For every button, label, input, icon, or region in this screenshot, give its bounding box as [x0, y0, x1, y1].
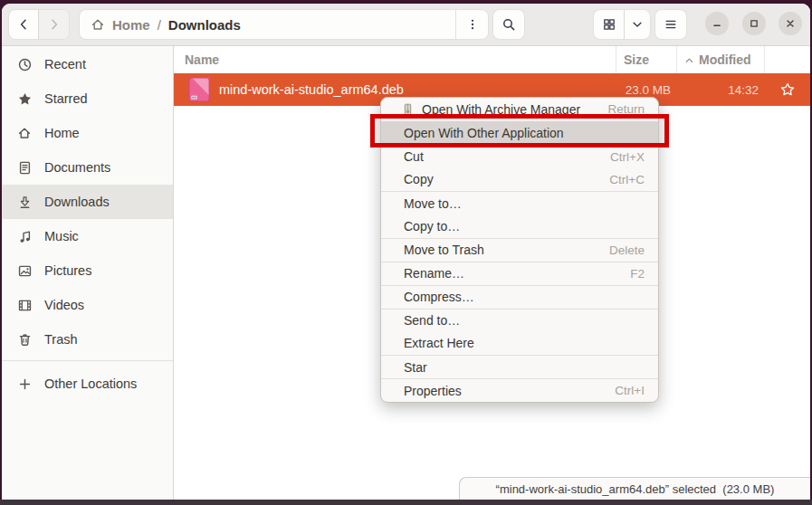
sidebar-places-list: RecentStarredHomeDocumentsDownloadsMusic… — [2, 47, 173, 357]
hamburger-icon — [664, 17, 678, 32]
sidebar-divider — [2, 360, 173, 361]
minimize-button[interactable] — [705, 12, 729, 35]
sidebar-item-label: Trash — [44, 332, 78, 347]
download-icon — [17, 195, 33, 210]
menu-item-cut[interactable]: CutCtrl+X — [381, 145, 658, 168]
sidebar-item-trash[interactable]: Trash — [2, 322, 173, 357]
image-icon — [17, 263, 33, 279]
path-bar[interactable]: Home / Downloads — [80, 10, 488, 39]
grid-view-button[interactable] — [594, 10, 625, 39]
sidebar-item-label: Music — [44, 229, 79, 243]
chevron-right-icon — [47, 17, 62, 32]
menu-item-label: Send to… — [404, 313, 645, 328]
menu-item-copy[interactable]: CopyCtrl+C — [381, 168, 658, 192]
menu-item-properties[interactable]: PropertiesCtrl+I — [381, 378, 658, 402]
star-outline-icon — [779, 81, 796, 98]
menu-item-label: Properties — [404, 384, 593, 398]
menu-item-move-to[interactable]: Move to… — [381, 191, 658, 214]
menu-item-label: Open With Other Application — [404, 126, 645, 140]
menu-item-label: Open With Archive Manager — [422, 102, 586, 117]
nautilus-window: Home / Downloads — [2, 4, 810, 500]
menu-item-copy-to[interactable]: Copy to… — [381, 214, 658, 238]
header-bar: Home / Downloads — [2, 4, 810, 46]
desktop-background-strip — [0, 500, 812, 505]
menu-item-move-to-trash[interactable]: Move to TrashDelete — [381, 238, 658, 262]
sidebar: RecentStarredHomeDocumentsDownloadsMusic… — [2, 46, 174, 500]
archive-icon — [401, 102, 415, 117]
chevron-down-icon — [631, 18, 644, 31]
menu-item-send-to[interactable]: Send to… — [381, 309, 658, 332]
film-icon — [17, 298, 33, 313]
menu-item-extract-here[interactable]: Extract Here — [381, 331, 658, 355]
minimize-icon — [711, 17, 723, 30]
kebab-icon — [466, 17, 479, 32]
status-bar: “mind-work-ai-studio_arm64.deb” selected… — [459, 477, 810, 500]
maximize-button[interactable] — [742, 12, 766, 35]
sidebar-item-home[interactable]: Home — [2, 116, 173, 150]
column-header-label: Modified — [699, 52, 751, 67]
sidebar-item-label: Starred — [44, 91, 88, 106]
menu-item-open-with-other-application[interactable]: Open With Other Application — [381, 121, 658, 145]
file-star-toggle[interactable] — [765, 73, 810, 106]
sidebar-item-starred[interactable]: Starred — [2, 81, 173, 116]
column-header-label: Size — [624, 52, 649, 67]
sidebar-item-music[interactable]: Music — [2, 219, 173, 253]
column-header-star — [765, 46, 810, 73]
list-header: Name Size Modified — [174, 46, 810, 73]
file-name: mind-work-ai-studio_arm64.deb — [219, 82, 404, 97]
sidebar-item-label: Pictures — [44, 263, 91, 278]
main-menu-button[interactable] — [655, 10, 686, 39]
sidebar-item-label: Other Locations — [44, 376, 137, 391]
chevron-up-icon — [684, 55, 694, 65]
desktop-background: Home / Downloads — [0, 0, 812, 505]
trash-icon — [17, 332, 33, 348]
column-header-label: Name — [185, 52, 219, 67]
star-icon — [17, 91, 33, 107]
navigation-buttons — [9, 10, 69, 39]
menu-item-label: Move to… — [404, 196, 645, 211]
home-icon — [17, 126, 33, 141]
search-button[interactable] — [493, 10, 524, 39]
menu-item-rename[interactable]: Rename…F2 — [381, 262, 658, 285]
menu-item-star[interactable]: Star — [381, 355, 658, 378]
column-header-name[interactable]: Name — [174, 46, 616, 73]
file-modified: 14:32 — [677, 73, 765, 106]
chevron-left-icon — [16, 17, 31, 32]
maximize-icon — [748, 17, 760, 30]
document-icon — [17, 160, 33, 176]
close-button[interactable] — [779, 12, 802, 35]
clock-icon — [17, 57, 33, 72]
sidebar-item-label: Home — [44, 126, 80, 140]
column-header-modified[interactable]: Modified — [677, 46, 765, 73]
menu-item-shortcut: F2 — [630, 267, 645, 281]
menu-item-shortcut: Delete — [609, 243, 645, 257]
sidebar-item-label: Videos — [44, 298, 84, 312]
sidebar-item-pictures[interactable]: Pictures — [2, 253, 173, 288]
menu-item-label: Move to Trash — [404, 243, 588, 257]
grid-view-icon — [602, 17, 616, 32]
menu-item-open-with-archive-manager[interactable]: Open With Archive ManagerReturn — [381, 98, 658, 121]
menu-item-shortcut: Ctrl+C — [609, 173, 645, 186]
view-options-button[interactable] — [625, 10, 650, 39]
breadcrumb-current[interactable]: Downloads — [168, 17, 241, 33]
menu-item-label: Copy to… — [404, 219, 645, 233]
menu-item-label: Extract Here — [404, 336, 645, 350]
plus-icon — [17, 376, 33, 392]
sidebar-item-downloads[interactable]: Downloads — [2, 185, 173, 219]
path-options-button[interactable] — [455, 10, 488, 39]
back-button[interactable] — [9, 10, 39, 39]
menu-item-label: Rename… — [404, 266, 608, 281]
breadcrumb-root[interactable]: Home — [112, 17, 150, 33]
sidebar-item-videos[interactable]: Videos — [2, 288, 173, 322]
sidebar-item-documents[interactable]: Documents — [2, 150, 173, 185]
menu-item-compress[interactable]: Compress… — [381, 285, 658, 309]
forward-button[interactable] — [39, 10, 69, 39]
sidebar-item-other-locations[interactable]: Other Locations — [2, 367, 173, 401]
search-icon — [502, 17, 516, 32]
column-header-size[interactable]: Size — [616, 46, 677, 73]
sidebar-item-recent[interactable]: Recent — [2, 47, 173, 81]
sidebar-item-label: Recent — [44, 57, 86, 71]
music-icon — [17, 229, 33, 244]
deb-package-icon — [188, 77, 210, 102]
close-icon — [784, 17, 797, 30]
